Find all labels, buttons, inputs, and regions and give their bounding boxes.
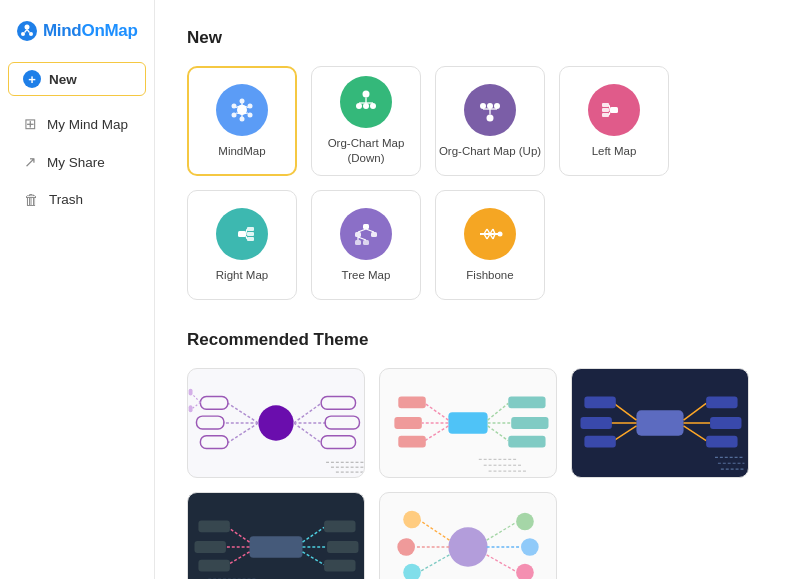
svg-rect-36 [602, 113, 609, 117]
svg-rect-34 [602, 103, 609, 107]
card-org-down[interactable]: Org-Chart Map (Down) [311, 66, 421, 176]
theme-preview-4 [188, 493, 364, 579]
sidebar-item-myshare-label: My Share [47, 155, 105, 170]
svg-line-93 [488, 403, 509, 420]
svg-line-73 [193, 395, 201, 403]
svg-point-145 [521, 538, 539, 556]
org-up-icon [464, 84, 516, 136]
svg-line-87 [425, 403, 449, 420]
svg-line-53 [366, 229, 374, 232]
svg-point-27 [480, 103, 486, 109]
svg-point-65 [498, 231, 503, 236]
grid-icon: ⊞ [24, 115, 37, 133]
left-map-icon [588, 84, 640, 136]
svg-line-105 [614, 426, 637, 441]
svg-rect-113 [710, 417, 741, 429]
svg-line-39 [609, 112, 610, 115]
logo-text: MindOnMap [43, 21, 138, 41]
svg-point-143 [403, 564, 421, 579]
org-down-label: Org-Chart Map (Down) [312, 136, 420, 166]
svg-rect-106 [584, 396, 615, 408]
theme-preview-3 [572, 369, 748, 477]
card-right-map[interactable]: Right Map [187, 190, 297, 300]
card-fishbone[interactable]: Fishbone [435, 190, 545, 300]
svg-rect-42 [247, 232, 254, 236]
svg-point-66 [258, 405, 293, 440]
sidebar-item-myshare[interactable]: ↗ My Share [8, 144, 146, 180]
svg-rect-108 [584, 436, 615, 448]
svg-line-103 [614, 403, 637, 420]
svg-rect-71 [196, 416, 223, 429]
svg-rect-97 [511, 417, 548, 429]
svg-point-3 [29, 32, 33, 36]
svg-rect-72 [200, 436, 227, 449]
card-mindmap[interactable]: MindMap [187, 66, 297, 176]
svg-rect-48 [355, 232, 361, 237]
svg-point-144 [516, 513, 534, 531]
theme-card-3[interactable] [571, 368, 749, 478]
svg-line-46 [246, 236, 247, 239]
svg-rect-91 [394, 417, 421, 429]
fishbone-icon [464, 208, 516, 260]
svg-rect-47 [363, 224, 369, 229]
svg-line-69 [228, 423, 258, 443]
svg-line-77 [294, 403, 321, 423]
new-plus-icon: + [23, 70, 41, 88]
sidebar-item-mymindmap-label: My Mind Map [47, 117, 128, 132]
svg-line-137 [420, 555, 449, 572]
sidebar-item-trash[interactable]: 🗑 Trash [8, 182, 146, 217]
new-button[interactable]: + New [8, 62, 146, 96]
svg-rect-112 [706, 396, 737, 408]
fishbone-label: Fishbone [466, 268, 513, 283]
svg-rect-98 [508, 436, 545, 448]
svg-line-140 [487, 555, 516, 572]
card-tree-map[interactable]: Tree Map [311, 190, 421, 300]
svg-point-10 [240, 116, 245, 121]
svg-line-74 [193, 402, 201, 408]
card-left-map[interactable]: Left Map [559, 66, 669, 176]
svg-line-119 [228, 527, 250, 542]
theme-card-5[interactable] [379, 492, 557, 579]
svg-point-141 [403, 511, 421, 529]
svg-rect-70 [200, 396, 227, 409]
sidebar-item-mymindmap[interactable]: ⊞ My Mind Map [8, 106, 146, 142]
svg-rect-81 [325, 416, 359, 429]
svg-rect-114 [706, 436, 737, 448]
card-org-up[interactable]: Org-Chart Map (Up) [435, 66, 545, 176]
svg-rect-82 [321, 436, 355, 449]
theme-card-1[interactable] [187, 368, 365, 478]
svg-point-19 [363, 91, 370, 98]
svg-line-37 [609, 105, 610, 109]
tree-map-label: Tree Map [342, 268, 391, 283]
svg-line-127 [303, 552, 325, 565]
right-map-icon [216, 208, 268, 260]
logo-icon [16, 20, 38, 42]
logo: MindOnMap [0, 12, 154, 60]
svg-rect-51 [363, 240, 369, 245]
new-button-label: New [49, 72, 77, 87]
tree-map-icon [340, 208, 392, 260]
svg-line-52 [358, 229, 366, 232]
svg-rect-118 [249, 536, 302, 558]
svg-line-67 [228, 403, 258, 423]
org-down-icon [340, 76, 392, 128]
recommended-section-title: Recommended Theme [187, 330, 768, 350]
theme-card-2[interactable] [379, 368, 557, 478]
svg-rect-92 [398, 436, 425, 448]
share-icon: ↗ [24, 153, 37, 171]
svg-line-89 [425, 426, 449, 441]
svg-rect-40 [238, 231, 246, 237]
trash-icon: 🗑 [24, 191, 39, 208]
svg-rect-124 [198, 560, 229, 572]
sidebar-item-trash-label: Trash [49, 192, 83, 207]
svg-point-7 [240, 98, 245, 103]
svg-rect-86 [448, 412, 487, 434]
right-map-label: Right Map [216, 268, 268, 283]
theme-card-4[interactable] [187, 492, 365, 579]
map-type-grid: MindMap Org-Chart Map (Down) Org-Chart M… [187, 66, 768, 300]
svg-point-12 [232, 103, 237, 108]
svg-line-55 [358, 237, 366, 240]
theme-grid [187, 368, 768, 579]
svg-line-44 [246, 229, 247, 233]
svg-rect-129 [327, 541, 358, 553]
